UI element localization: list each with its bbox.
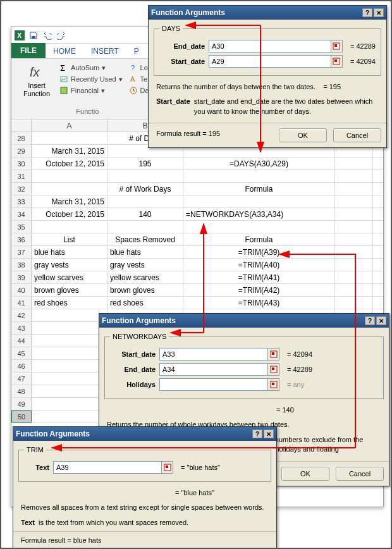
cell[interactable]: brown gloves	[32, 284, 107, 296]
cell[interactable]	[335, 208, 373, 220]
close-icon[interactable]: ✕	[264, 429, 274, 438]
cell[interactable]: yellow scarves	[32, 271, 107, 283]
row-header[interactable]: 44	[11, 335, 32, 347]
cell[interactable]: red shoes	[32, 297, 107, 309]
tab-file[interactable]: FILE	[11, 43, 46, 58]
tab-insert[interactable]: INSERT	[83, 44, 126, 58]
row-header[interactable]: 39	[11, 271, 32, 283]
help-icon[interactable]: ?	[365, 316, 375, 325]
dialog-titlebar[interactable]: Function Arguments ? ✕	[13, 427, 276, 441]
row-header[interactable]: 45	[11, 347, 32, 359]
row-header[interactable]: 48	[11, 385, 32, 397]
help-icon[interactable]: ?	[252, 429, 262, 438]
insert-function-button[interactable]: fx Insert Function	[19, 63, 54, 98]
cell[interactable]	[32, 398, 107, 410]
cell[interactable]	[183, 195, 335, 207]
cell[interactable]	[335, 170, 373, 182]
row-header[interactable]: 42	[11, 309, 32, 321]
cell[interactable]: gray vests	[107, 259, 183, 271]
close-icon[interactable]: ✕	[374, 8, 384, 17]
ref-select-icon[interactable]	[161, 462, 173, 473]
ref-select-icon[interactable]	[331, 56, 342, 67]
cell[interactable]: gray vests	[32, 259, 107, 271]
row-header[interactable]: 43	[11, 322, 32, 334]
cell[interactable]	[335, 259, 373, 271]
row-header[interactable]: 49	[11, 398, 32, 410]
cell[interactable]: =TRIM(A41)	[183, 271, 335, 283]
row-header[interactable]: 32	[11, 183, 32, 195]
cell[interactable]: October 12, 2015	[32, 208, 107, 220]
undo-icon[interactable]	[42, 30, 53, 41]
end-date-input[interactable]	[159, 363, 279, 376]
row-header[interactable]: 30	[11, 157, 32, 170]
cell[interactable]	[32, 410, 107, 423]
cell[interactable]	[32, 373, 107, 385]
row-header[interactable]: 38	[11, 259, 32, 271]
redo-icon[interactable]	[56, 30, 67, 41]
row-header[interactable]: 50	[11, 410, 32, 423]
row-header[interactable]: 34	[11, 208, 32, 220]
close-icon[interactable]: ✕	[376, 316, 386, 325]
cell[interactable]: Spaces Removed	[107, 233, 183, 245]
tab-page-layout[interactable]: P	[126, 44, 147, 58]
cell[interactable]	[32, 360, 107, 372]
cell[interactable]	[335, 233, 373, 245]
cell[interactable]: October 12, 2015	[32, 157, 107, 170]
cell[interactable]	[32, 183, 107, 195]
row-header[interactable]: 41	[11, 297, 32, 309]
cell[interactable]	[335, 246, 373, 258]
row-header[interactable]: 35	[11, 221, 32, 233]
save-icon[interactable]	[28, 30, 39, 41]
cell[interactable]	[335, 157, 373, 170]
cell[interactable]	[183, 170, 335, 182]
row-header[interactable]: 47	[11, 373, 32, 385]
ok-button[interactable]: OK	[281, 467, 329, 481]
cell[interactable]: List	[32, 233, 107, 245]
col-A[interactable]: A	[32, 120, 107, 132]
cell[interactable]	[32, 221, 107, 233]
ref-select-icon[interactable]	[331, 40, 342, 52]
holidays-input[interactable]	[159, 378, 279, 391]
cell[interactable]: =TRIM(A40)	[183, 259, 335, 271]
start-date-input[interactable]	[209, 55, 343, 68]
cell[interactable]	[335, 221, 373, 233]
cell[interactable]	[32, 309, 107, 321]
cell[interactable]: March 31, 2015	[32, 145, 107, 157]
row-header[interactable]: 29	[11, 145, 32, 157]
cell[interactable]	[335, 183, 373, 195]
cell[interactable]	[183, 221, 335, 233]
cell[interactable]: yellow scarves	[107, 271, 183, 283]
cell[interactable]: Formula	[183, 233, 335, 245]
cell[interactable]: # of Work Days	[107, 183, 183, 195]
cell[interactable]: blue hats	[32, 246, 107, 258]
ok-button[interactable]: OK	[279, 128, 327, 142]
cell[interactable]	[32, 347, 107, 359]
cell[interactable]: 140	[107, 208, 183, 220]
ref-select-icon[interactable]	[267, 349, 279, 360]
cell[interactable]	[32, 385, 107, 397]
start-date-input[interactable]	[159, 348, 279, 361]
row-header[interactable]: 46	[11, 360, 32, 372]
cell[interactable]	[335, 297, 373, 309]
cell[interactable]	[335, 284, 373, 296]
row-header[interactable]: 36	[11, 233, 32, 245]
cell[interactable]: March 31, 2015	[32, 195, 107, 207]
cell[interactable]: =NETWORKDAYS(A33,A34)	[183, 208, 335, 220]
cell[interactable]: =TRIM(A43)	[183, 297, 335, 309]
cell[interactable]: 195	[107, 157, 183, 170]
autosum-button[interactable]: ΣAutoSum▾	[58, 63, 124, 73]
dialog-titlebar[interactable]: Function Arguments ? ✕	[149, 6, 386, 20]
cancel-button[interactable]: Cancel	[336, 467, 384, 481]
financial-button[interactable]: Financial▾	[58, 85, 124, 96]
ref-select-icon[interactable]	[267, 379, 279, 390]
cell[interactable]	[335, 195, 373, 207]
cell[interactable]: =TRIM(A39)	[183, 246, 335, 258]
row-header[interactable]: 37	[11, 246, 32, 258]
cell[interactable]	[107, 221, 183, 233]
cell[interactable]: =DAYS(A30,A29)	[183, 157, 335, 170]
row-header[interactable]: 33	[11, 195, 32, 207]
row-header[interactable]: 40	[11, 284, 32, 296]
cell[interactable]	[32, 335, 107, 347]
ref-select-icon[interactable]	[267, 364, 279, 375]
cell[interactable]	[107, 195, 183, 207]
